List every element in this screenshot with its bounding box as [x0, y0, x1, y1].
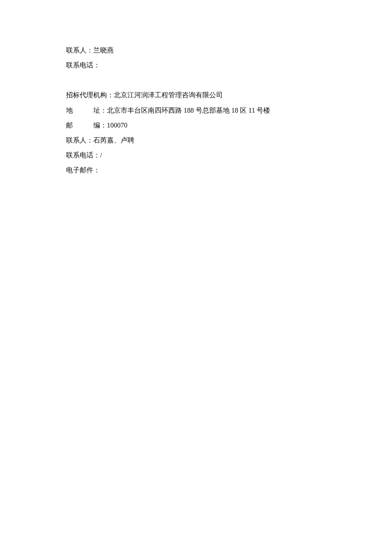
paragraph-spacer — [66, 73, 326, 87]
postcode-line: 邮 编：100070 — [66, 118, 326, 133]
address-line: 地 址：北京市丰台区南四环西路 188 号总部基地 18 区 11 号楼 — [66, 103, 326, 118]
agency-contact-phone-line: 联系电话：/ — [66, 148, 326, 163]
contact-phone-line: 联系电话： — [66, 58, 326, 73]
agency-contact-person-line: 联系人：石芮嘉、卢聘 — [66, 133, 326, 148]
contact-person-line: 联系人：兰晓燕 — [66, 43, 326, 58]
email-line: 电子邮件： — [66, 163, 326, 177]
agency-line: 招标代理机构：北京江河润泽工程管理咨询有限公司 — [66, 87, 326, 102]
